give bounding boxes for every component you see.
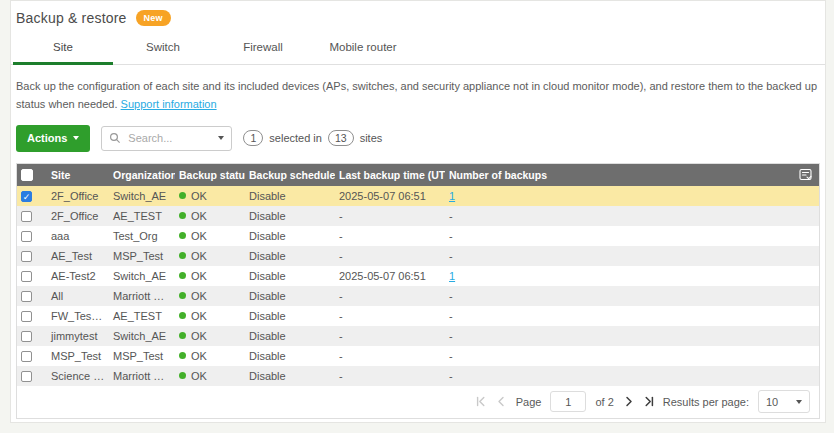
tab-mobile-router[interactable]: Mobile router	[313, 33, 413, 64]
sites-table: Site Organization Backup status Backup s…	[16, 163, 820, 419]
status-ok-dot	[179, 372, 186, 379]
column-header-backup-status[interactable]: Backup status	[175, 164, 245, 186]
tab-firewall[interactable]: Firewall	[213, 33, 313, 64]
status-cell: OK	[191, 230, 207, 242]
last-backup-cell: -	[335, 286, 445, 306]
results-per-page-select[interactable]: 10	[758, 390, 810, 413]
column-header-site[interactable]: Site	[47, 164, 109, 186]
organization-cell: Marriott Hsinchu	[109, 366, 175, 386]
status-cell: OK	[191, 370, 207, 382]
last-backup-cell: -	[335, 346, 445, 366]
page-description: Back up the configuration of each site a…	[16, 78, 817, 114]
site-cell: 2F_Office	[47, 186, 109, 206]
row-checkbox[interactable]	[21, 271, 32, 282]
column-header-backup-schedule[interactable]: Backup schedule	[245, 164, 335, 186]
table-row: aaa Test_Org OK Disable - -	[17, 226, 819, 246]
search-icon	[109, 132, 121, 144]
organization-cell: MSP_Test	[109, 246, 175, 266]
page-title: Backup & restore	[16, 10, 127, 26]
row-checkbox[interactable]	[21, 351, 32, 362]
organization-cell: Switch_AE	[109, 266, 175, 286]
row-checkbox[interactable]	[21, 371, 32, 382]
schedule-cell: Disable	[245, 246, 335, 266]
column-header-last-backup-time[interactable]: Last backup time (UTC)	[335, 164, 445, 186]
support-information-link[interactable]: Support information	[121, 98, 217, 110]
results-per-page-value: 10	[766, 396, 778, 408]
last-backup-cell: 2025-05-07 06:51	[335, 186, 445, 206]
first-page-icon[interactable]	[476, 396, 487, 407]
backup-count-cell: -	[445, 226, 819, 246]
schedule-cell: Disable	[245, 286, 335, 306]
previous-page-icon[interactable]	[496, 396, 507, 407]
last-page-icon[interactable]	[643, 396, 654, 407]
tab-site[interactable]: Site	[13, 33, 113, 64]
page-of-label: of 2	[595, 396, 613, 408]
row-checkbox[interactable]	[21, 291, 32, 302]
selected-count-pill: 1	[243, 130, 263, 146]
organization-cell: Switch_AE	[109, 186, 175, 206]
table-row: AE_Test MSP_Test OK Disable - -	[17, 246, 819, 266]
schedule-cell: Disable	[245, 266, 335, 286]
status-cell: OK	[191, 210, 207, 222]
tab-switch[interactable]: Switch	[113, 33, 213, 64]
page-header: Backup & restore New	[16, 10, 825, 26]
next-page-icon[interactable]	[623, 396, 634, 407]
backup-count-link[interactable]: 1	[449, 270, 455, 282]
backup-count-link[interactable]: 1	[449, 190, 455, 202]
site-cell: AE-Test2	[47, 266, 109, 286]
row-checkbox[interactable]	[21, 311, 32, 322]
search-dropdown-caret-icon[interactable]	[218, 136, 224, 140]
table-row: FW_TestOrg1 AE_TEST OK Disable - -	[17, 306, 819, 326]
selection-summary: 1 selected in 13 sites	[243, 130, 382, 146]
pagination-bar: Page of 2 Results per page: 10	[17, 386, 819, 418]
new-badge: New	[136, 10, 171, 26]
row-checkbox[interactable]	[21, 231, 32, 242]
site-cell: All	[47, 286, 109, 306]
schedule-cell: Disable	[245, 306, 335, 326]
status-ok-dot	[179, 332, 186, 339]
table-row: jimmytest Switch_AE OK Disable - -	[17, 326, 819, 346]
last-backup-cell: -	[335, 226, 445, 246]
search-input[interactable]	[126, 131, 213, 145]
status-cell: OK	[191, 250, 207, 262]
organization-cell: AE_TEST	[109, 206, 175, 226]
sites-text: sites	[360, 132, 383, 144]
status-ok-dot	[179, 272, 186, 279]
actions-button[interactable]: Actions	[16, 125, 90, 152]
backup-count-cell: -	[445, 326, 819, 346]
status-cell: OK	[191, 190, 207, 202]
last-backup-cell: 2025-05-07 06:51	[335, 266, 445, 286]
schedule-cell: Disable	[245, 326, 335, 346]
status-cell: OK	[191, 350, 207, 362]
site-cell: jimmytest	[47, 326, 109, 346]
row-checkbox[interactable]	[21, 211, 32, 222]
status-ok-dot	[179, 212, 186, 219]
tab-bar: Site Switch Firewall Mobile router	[11, 33, 825, 65]
row-checkbox-checked[interactable]: ✓	[21, 191, 32, 202]
controls-row: Actions 1 selected in 13 sites	[16, 125, 825, 152]
selected-in-text: selected in	[269, 132, 322, 144]
last-backup-cell: -	[335, 246, 445, 266]
status-ok-dot	[179, 232, 186, 239]
column-header-number-of-backups[interactable]: Number of backups	[449, 169, 547, 181]
site-cell: AE_Test	[47, 246, 109, 266]
status-cell: OK	[191, 290, 207, 302]
column-settings-icon[interactable]	[799, 168, 812, 183]
organization-cell: AE_TEST	[109, 306, 175, 326]
column-header-organization[interactable]: Organization	[109, 164, 175, 186]
row-checkbox[interactable]	[21, 251, 32, 262]
organization-cell: Switch_AE	[109, 326, 175, 346]
page-number-input[interactable]	[550, 391, 586, 412]
search-box[interactable]	[101, 126, 232, 151]
table-row: MSP_Test MSP_Test OK Disable - -	[17, 346, 819, 366]
schedule-cell: Disable	[245, 366, 335, 386]
table-row: Science Park Marriott Hsinchu OK Disable…	[17, 366, 819, 386]
select-all-checkbox[interactable]	[21, 169, 33, 181]
last-backup-cell: -	[335, 306, 445, 326]
last-backup-cell: -	[335, 366, 445, 386]
actions-button-label: Actions	[27, 132, 67, 144]
status-cell: OK	[191, 330, 207, 342]
row-checkbox[interactable]	[21, 331, 32, 342]
site-cell: aaa	[47, 226, 109, 246]
backup-count-cell: -	[445, 366, 819, 386]
